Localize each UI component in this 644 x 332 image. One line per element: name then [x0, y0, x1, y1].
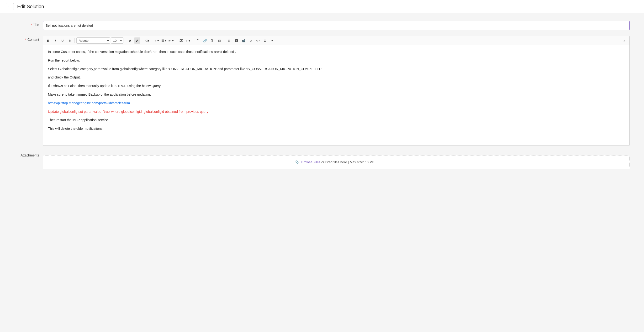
title-input[interactable] [43, 21, 630, 30]
toolbar-divider-4 [152, 38, 152, 43]
video-button[interactable]: 📹 [240, 37, 246, 44]
table-format-button[interactable]: ⊟ [216, 37, 222, 44]
link-button[interactable]: 🔗 [202, 37, 208, 44]
editor-container: B I U S̶ Roboto Arial Times New Roman 10… [43, 36, 630, 146]
title-row: *Title [14, 21, 630, 30]
font-size-select[interactable]: 10 12 14 16 18 [111, 37, 124, 44]
fullscreen-button[interactable]: ⤢ [621, 37, 628, 44]
indent-button[interactable]: ⇤ ▾ [168, 37, 174, 44]
more-button[interactable]: ▾ [269, 37, 275, 44]
bg-color-button[interactable]: A [134, 37, 140, 44]
table-button[interactable]: ⊞ [226, 37, 232, 44]
page-header: ← Edit Solution [0, 0, 644, 13]
line-height-button[interactable]: ↕ ▾ [185, 37, 191, 44]
content-paragraph-5: If it shows as False, then manually upda… [48, 83, 625, 89]
content-paragraph-7: Then restart the MSP application service… [48, 117, 625, 123]
font-family-select[interactable]: Roboto Arial Times New Roman [76, 37, 110, 44]
content-query: Update globalconfig set paramvalue='true… [48, 109, 625, 115]
title-label: *Title [14, 21, 43, 27]
strikethrough-button[interactable]: S̶ [66, 37, 73, 44]
title-required-star: * [31, 23, 32, 27]
emoji-button[interactable]: ☺ [248, 37, 254, 44]
back-arrow-icon: ← [8, 4, 12, 9]
content-required-star: * [25, 38, 26, 41]
image-button[interactable]: 🖼 [233, 37, 240, 44]
content-paragraph-4: and check the Output. [48, 75, 625, 80]
eraser-button[interactable]: ⌫ [178, 37, 184, 44]
content-label: *Content [14, 36, 43, 41]
content-row: *Content B I U S̶ Roboto Arial Times New… [14, 36, 630, 146]
back-button[interactable]: ← [6, 3, 14, 10]
toolbar-divider-5 [176, 38, 176, 43]
superscript-button[interactable]: x2 ▾ [144, 37, 150, 44]
content-paragraph-6: Make sure to take trimmed Backup of the … [48, 92, 625, 97]
content-paragraph-8: This will delete the older notifications… [48, 126, 625, 132]
paperclip-icon: 📎 [295, 160, 299, 164]
toolbar-divider-2 [125, 38, 125, 43]
trim-link[interactable]: https://pitstop.manageengine.com/portal/… [48, 101, 130, 105]
attachments-row: Attachments 📎 Browse Files or Drag files… [14, 151, 630, 169]
list-button[interactable]: ☰ ▾ [161, 37, 167, 44]
code-button[interactable]: </> [255, 37, 261, 44]
drop-zone[interactable]: 📎 Browse Files or Drag files here [ Max … [43, 155, 630, 169]
toolbar-divider-6 [193, 38, 193, 43]
unlink-button[interactable]: ⛓ [209, 37, 215, 44]
query-text: Update globalconfig set paramvalue='true… [48, 110, 208, 113]
attachments-label: Attachments [14, 151, 43, 157]
toolbar-divider-3 [142, 38, 142, 43]
content-paragraph-3: Select Globalconfigid,category,paramvalu… [48, 66, 625, 72]
editor-body[interactable]: In some Customer cases, if the conversat… [43, 45, 630, 145]
content-paragraph-2: Run the report below, [48, 58, 625, 63]
drop-zone-suffix: or Drag files here [ Max size: 10 MB. ] [320, 160, 377, 164]
attachments-area: 📎 Browse Files or Drag files here [ Max … [43, 151, 630, 169]
special-chars-button[interactable]: Ω [262, 37, 268, 44]
blockquote-button[interactable]: " [195, 37, 201, 44]
page-title: Edit Solution [17, 4, 44, 9]
font-color-button[interactable]: A [127, 37, 133, 44]
browse-files-link[interactable]: Browse Files [301, 160, 320, 164]
bold-button[interactable]: B [45, 37, 51, 44]
main-content: *Title *Content B I U S̶ Roboto Arial Ti… [0, 13, 644, 332]
italic-button[interactable]: I [52, 37, 58, 44]
underline-button[interactable]: U [60, 37, 66, 44]
content-link: https://pitstop.manageengine.com/portal/… [48, 100, 625, 106]
content-paragraph-1: In some Customer cases, if the conversat… [48, 49, 625, 55]
toolbar-divider-1 [74, 38, 75, 43]
align-button[interactable]: ≡ ▾ [154, 37, 160, 44]
editor-toolbar: B I U S̶ Roboto Arial Times New Roman 10… [43, 36, 630, 45]
